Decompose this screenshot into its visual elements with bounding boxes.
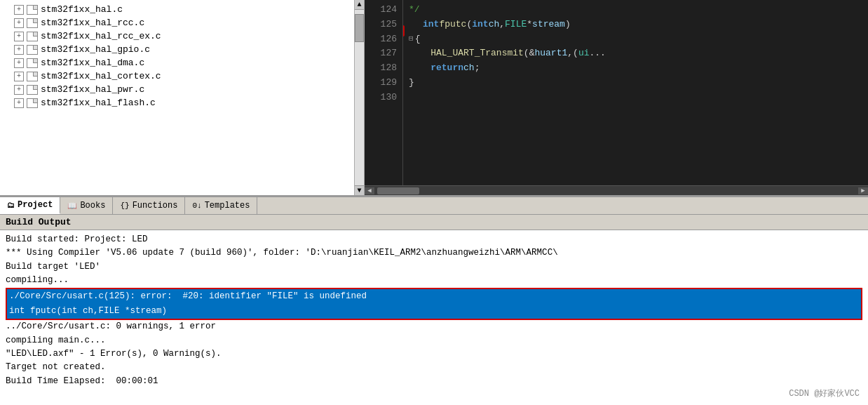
build-line-9: Build Time Elapsed: 00:00:01 — [6, 375, 862, 388]
file-name: stm32f1xx_hal_pwr.c — [41, 84, 144, 95]
file-item-flash[interactable]: + stm32f1xx_hal_flash.c — [0, 96, 354, 109]
param-ch2: ch — [463, 61, 475, 76]
punct-open: ( — [466, 18, 472, 32]
build-line-2: *** Using Compiler 'V5.06 update 7 (buil… — [6, 246, 862, 260]
file-item-pwr[interactable]: + stm32f1xx_hal_pwr.c — [0, 83, 354, 96]
empty-line — [409, 91, 414, 105]
build-line-3: Build target 'LED' — [6, 260, 862, 274]
expand-icon: + — [14, 58, 24, 68]
file-name: stm32f1xx_hal_dma.c — [41, 58, 144, 68]
file-name: stm32f1xx_hal_rcc.c — [41, 18, 144, 28]
build-error-line-2: int fputc(int ch,FILE *stream) — [6, 304, 862, 320]
file-item-rcc[interactable]: + stm32f1xx_hal_rcc.c — [0, 16, 354, 29]
file-icon — [27, 98, 38, 108]
file-name: stm32f1xx_hal_rcc_ex.c — [41, 31, 161, 41]
punct2: ,( — [567, 46, 578, 61]
file-item-gpio[interactable]: + stm32f1xx_hal_gpio.c — [0, 43, 354, 56]
file-name: stm32f1xx_hal_gpio.c — [41, 44, 150, 55]
expand-icon: + — [14, 98, 24, 108]
build-line-5: ../Core/Src/usart.c: 0 warnings, 1 error — [6, 320, 862, 333]
param-stream: stream — [532, 18, 565, 32]
tab-books[interactable]: 📖 Books — [60, 197, 113, 214]
keyword-int: int — [423, 18, 439, 32]
expand-icon: + — [14, 72, 24, 81]
expand-icon: + — [14, 32, 24, 41]
type-file: FILE — [505, 18, 527, 32]
functions-tab-icon: {} — [120, 201, 129, 210]
ellipsis: ... — [589, 46, 605, 61]
line-numbers: 124 125 126 127 128 129 130 — [365, 0, 403, 185]
punct-comma: , — [499, 18, 505, 32]
code-content: 124 125 126 127 128 129 130 */ — [365, 0, 868, 185]
file-icon — [27, 72, 38, 81]
code-horizontal-scrollbar[interactable]: ◀ ▶ — [365, 185, 868, 195]
build-line-4: compiling... — [6, 274, 862, 287]
code-editor-panel: 124 125 126 127 128 129 130 */ — [365, 0, 868, 195]
books-tab-icon: 📖 — [67, 201, 77, 211]
file-item-rcc-ex[interactable]: + stm32f1xx_hal_rcc_ex.c — [0, 29, 354, 43]
expand-icon: + — [14, 45, 24, 55]
brace-open: { — [415, 32, 421, 47]
code-line-129: } — [409, 76, 862, 91]
build-line-8: Target not created. — [6, 361, 862, 374]
keyword-int2: int — [472, 18, 488, 32]
func-transmit: HAL_UART_Transmit — [430, 46, 524, 61]
tabs-area: 🗂 Project 📖 Books {} Functions 0↓ Templa… — [0, 197, 868, 215]
param-huart: huart1 — [534, 46, 567, 61]
file-icon — [27, 32, 38, 41]
build-line-1: Build started: Project: LED — [6, 233, 862, 246]
scrollbar-horizontal-thumb[interactable] — [377, 187, 419, 194]
error-marker: ✗ — [403, 25, 405, 36]
tab-templates[interactable]: 0↓ Templates — [185, 197, 257, 214]
build-output-header: Build Output — [0, 215, 868, 230]
top-section: + stm32f1xx_hal.c + stm32f1xx_hal_rcc.c … — [0, 0, 868, 197]
code-text: */ — [409, 3, 420, 18]
tab-templates-label: Templates — [205, 201, 250, 211]
type-uint: ui — [578, 46, 590, 61]
build-error-line-1: ./Core/Src/usart.c(125): error: #20: ide… — [6, 288, 862, 305]
code-lines[interactable]: */ ✗ int fputc ( int ch , FILE — [403, 0, 868, 185]
file-icon — [27, 85, 38, 95]
line-num-128: 128 — [370, 61, 397, 76]
file-item-cortex[interactable]: + stm32f1xx_hal_cortex.c — [0, 69, 354, 83]
build-line-6: compiling main.c... — [6, 334, 862, 347]
expand-icon: + — [14, 5, 24, 15]
tab-project[interactable]: 🗂 Project — [0, 197, 60, 214]
file-icon — [27, 5, 38, 15]
code-text — [409, 46, 430, 61]
project-tab-icon: 🗂 — [7, 201, 15, 210]
build-output-panel: Build Output Build started: Project: LED… — [0, 215, 868, 405]
tab-books-label: Books — [80, 201, 105, 211]
line-num-129: 129 — [370, 76, 397, 91]
keyword-return: return — [430, 61, 463, 76]
file-name: stm32f1xx_hal_flash.c — [41, 98, 156, 108]
punct-close: ) — [565, 18, 571, 32]
code-line-128: return ch ; — [409, 61, 862, 76]
bottom-section: Build Output Build started: Project: LED… — [0, 215, 868, 405]
indent — [409, 61, 430, 76]
code-line-126: ⊟ { — [409, 32, 862, 47]
punct-star: * — [527, 18, 532, 32]
brace-close: } — [409, 76, 414, 91]
file-icon — [27, 58, 38, 68]
tab-project-label: Project — [18, 200, 53, 210]
expand-icon: + — [14, 85, 24, 95]
expand-icon: + — [14, 18, 24, 28]
file-item-hal[interactable]: + stm32f1xx_hal.c — [0, 3, 354, 16]
scrollbar-thumb[interactable] — [355, 14, 364, 42]
watermark: CSDN @好家伙VCC — [789, 387, 860, 399]
semicolon: ; — [475, 61, 480, 76]
file-icon — [27, 18, 38, 28]
code-line-125: ✗ int fputc ( int ch , FILE * stream ) — [409, 18, 862, 32]
punct: (& — [524, 46, 535, 61]
file-tree-content: + stm32f1xx_hal.c + stm32f1xx_hal_rcc.c … — [0, 0, 354, 195]
file-item-dma[interactable]: + stm32f1xx_hal_dma.c — [0, 56, 354, 69]
build-output-content[interactable]: Build started: Project: LED *** Using Co… — [0, 230, 868, 405]
templates-tab-icon: 0↓ — [192, 201, 201, 210]
file-icon — [27, 45, 38, 55]
line-num-124: 124 — [370, 3, 397, 18]
tab-functions-label: Functions — [133, 201, 178, 211]
tab-functions[interactable]: {} Functions — [113, 197, 185, 214]
collapse-icon[interactable]: ⊟ — [409, 33, 414, 46]
vertical-scrollbar[interactable]: ▲ ▼ — [354, 0, 364, 195]
